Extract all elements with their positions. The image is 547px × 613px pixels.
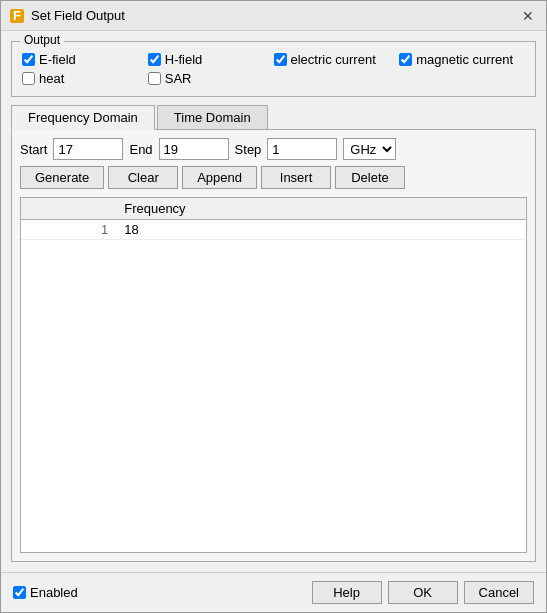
cancel-button[interactable]: Cancel [464,581,534,604]
efield-checkbox-item: E-field [22,52,148,67]
clear-button[interactable]: Clear [108,166,178,189]
electric-current-label: electric current [291,52,376,67]
magnetic-current-checkbox-item: magnetic current [399,52,525,67]
frequency-table: Frequency 1 18 [21,198,526,240]
heat-checkbox-item: heat [22,71,148,86]
dialog-title: Set Field Output [31,8,125,23]
footer-right: Help OK Cancel [312,581,534,604]
tabs-wrapper: Frequency Domain Time Domain Start End S… [11,105,536,562]
electric-current-checkbox-item: electric current [274,52,400,67]
row-num-col-header [21,198,116,220]
heat-checkbox[interactable] [22,72,35,85]
insert-button[interactable]: Insert [261,166,331,189]
end-input[interactable] [159,138,229,160]
efield-label: E-field [39,52,76,67]
footer-left: Enabled [13,585,78,600]
dialog: F Set Field Output ✕ Output E-field H-fi… [0,0,547,613]
tabs-header: Frequency Domain Time Domain [11,105,536,129]
delete-button[interactable]: Delete [335,166,405,189]
tab-time-domain[interactable]: Time Domain [157,105,268,129]
efield-checkbox[interactable] [22,53,35,66]
enabled-label: Enabled [30,585,78,600]
button-row: Generate Clear Append Insert Delete [12,166,535,197]
hfield-checkbox-item: H-field [148,52,274,67]
title-bar: F Set Field Output ✕ [1,1,546,31]
close-button[interactable]: ✕ [518,6,538,26]
step-input[interactable] [267,138,337,160]
generate-button[interactable]: Generate [20,166,104,189]
hfield-label: H-field [165,52,203,67]
frequency-controls: Start End Step GHz MHz Hz [12,130,535,166]
ok-button[interactable]: OK [388,581,458,604]
sar-checkbox[interactable] [148,72,161,85]
output-group-label: Output [20,33,64,47]
enabled-checkbox[interactable] [13,586,26,599]
start-label: Start [20,142,47,157]
frequency-col-header: Frequency [116,198,526,220]
dialog-footer: Enabled Help OK Cancel [1,572,546,612]
app-icon: F [9,8,25,24]
row-num-1: 1 [21,220,116,240]
magnetic-current-checkbox[interactable] [399,53,412,66]
svg-text:F: F [13,8,21,23]
tab-frequency-domain[interactable]: Frequency Domain [11,105,155,130]
frequency-table-container: Frequency 1 18 [20,197,527,553]
enabled-checkbox-item: Enabled [13,585,78,600]
end-label: End [129,142,152,157]
table-row: 1 18 [21,220,526,240]
electric-current-checkbox[interactable] [274,53,287,66]
heat-label: heat [39,71,64,86]
output-grid: E-field H-field electric current magneti… [22,52,525,86]
unit-select[interactable]: GHz MHz Hz [343,138,396,160]
sar-label: SAR [165,71,192,86]
tab-panel-frequency: Start End Step GHz MHz Hz Generate Clear [11,129,536,562]
freq-value-1[interactable]: 18 [116,220,526,240]
step-label: Step [235,142,262,157]
help-button[interactable]: Help [312,581,382,604]
dialog-body: Output E-field H-field electric current … [1,31,546,572]
append-button[interactable]: Append [182,166,257,189]
start-input[interactable] [53,138,123,160]
sar-checkbox-item: SAR [148,71,274,86]
magnetic-current-label: magnetic current [416,52,513,67]
output-group: Output E-field H-field electric current … [11,41,536,97]
hfield-checkbox[interactable] [148,53,161,66]
